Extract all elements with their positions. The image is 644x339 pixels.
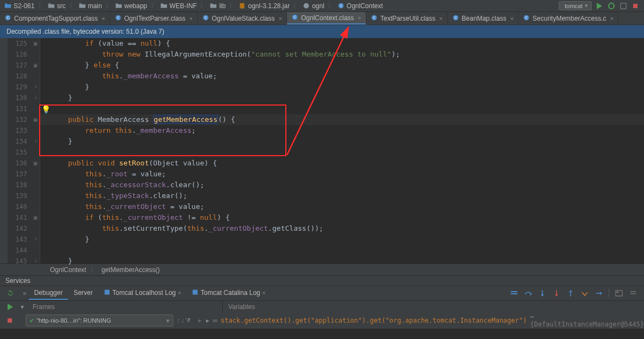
breadcrumb-item[interactable]: src xyxy=(46,2,68,10)
run-coverage-button[interactable] xyxy=(619,2,628,10)
code-line[interactable]: } xyxy=(40,256,644,267)
run-config-select[interactable]: tomcat ▾ xyxy=(559,1,592,10)
add-watch-icon[interactable]: ＋ xyxy=(196,316,203,325)
class-icon: C xyxy=(337,2,345,9)
code-line[interactable]: public void setRoot(Object value) { xyxy=(40,158,644,169)
close-icon[interactable]: × xyxy=(358,15,361,21)
code-line[interactable]: this._root = value; xyxy=(40,169,644,180)
code-line[interactable]: } xyxy=(40,93,644,103)
fold-marker-icon[interactable]: ▣ xyxy=(33,215,38,220)
intention-bulb-icon[interactable]: 💡 xyxy=(41,105,51,114)
debug-tab[interactable]: Tomcat Catalina Log× xyxy=(186,287,271,300)
fold-marker-icon[interactable]: └ xyxy=(34,258,37,264)
filter-icon[interactable]: ⧩ xyxy=(185,317,191,324)
code-line[interactable] xyxy=(40,103,644,114)
attach-button[interactable] xyxy=(6,303,15,311)
code-line[interactable]: throw new IllegalArgumentException("cann… xyxy=(40,49,644,60)
close-icon[interactable]: × xyxy=(279,15,282,22)
trace-current-icon[interactable] xyxy=(629,289,637,298)
code-line[interactable]: } else { xyxy=(40,60,644,71)
editor-tab[interactable]: CSecurityMemberAccess.c× xyxy=(518,12,618,24)
code-line[interactable]: } xyxy=(40,234,644,245)
breadcrumb-item[interactable]: ognl-3.1.28.jar xyxy=(236,2,292,10)
editor-tab[interactable]: COgnlContext.class× xyxy=(287,12,366,24)
editor-tab[interactable]: CBeanMap.class× xyxy=(448,12,518,24)
breadcrumb-item[interactable]: main xyxy=(77,2,104,10)
close-icon[interactable]: × xyxy=(178,290,182,296)
services-toolwindow-header[interactable]: Services xyxy=(0,275,644,286)
fold-marker-icon[interactable]: ▣ xyxy=(33,161,38,166)
code-line[interactable] xyxy=(40,147,644,158)
breadcrumb-item[interactable]: lib xyxy=(208,2,228,10)
close-icon[interactable]: × xyxy=(610,15,613,22)
tab-label: OgnlValueStack.class xyxy=(212,15,275,22)
svg-marker-5 xyxy=(597,3,602,9)
editor-tab[interactable]: CTextParseUtil.class× xyxy=(366,12,448,24)
editor[interactable]: 1251261271281291301311321331341351361371… xyxy=(0,38,644,263)
expand-icon[interactable]: » xyxy=(21,289,29,297)
frame-down-icon[interactable]: ↓ xyxy=(181,317,184,324)
close-icon[interactable]: × xyxy=(189,15,192,22)
code-line[interactable]: } xyxy=(40,82,644,93)
code-line[interactable]: } xyxy=(40,136,644,147)
code-line[interactable]: public MemberAccess getMemberAccess() { xyxy=(40,114,644,125)
close-icon[interactable]: × xyxy=(439,15,442,22)
fold-marker-icon[interactable]: ▣ xyxy=(33,41,38,46)
stop-button[interactable] xyxy=(631,2,640,10)
watch-expression[interactable]: stack.getContext().get("application").ge… xyxy=(221,317,527,324)
code-line[interactable]: this.setCurrentType(this._currentObject.… xyxy=(40,223,644,234)
code-line[interactable]: if (value == null) { xyxy=(40,38,644,49)
show-execution-point-icon[interactable] xyxy=(510,289,518,298)
code-line[interactable]: this._accessorStack.clear(); xyxy=(40,180,644,190)
debug-button[interactable] xyxy=(607,2,616,10)
close-icon[interactable]: × xyxy=(102,15,105,22)
fold-marker-icon[interactable]: └ xyxy=(34,95,37,101)
debug-tab[interactable]: Tomcat Localhost Log× xyxy=(98,287,187,300)
thread-label: "http-nio-80…in": RUNNING xyxy=(36,317,164,324)
crumb-class[interactable]: OgnlContext xyxy=(50,266,86,274)
crumb-method[interactable]: getMemberAccess() xyxy=(102,266,160,274)
frame-up-icon[interactable]: ↑ xyxy=(177,317,180,324)
debug-tab[interactable]: Server xyxy=(68,287,98,300)
breadcrumb-item[interactable]: S2-061 xyxy=(2,2,37,10)
drop-frame-icon[interactable] xyxy=(580,289,589,298)
code-line[interactable]: this._typeStack.clear(); xyxy=(40,190,644,201)
expand-icon[interactable]: ▸ xyxy=(206,317,209,324)
chevron-down-icon[interactable]: ▾ xyxy=(21,301,27,312)
code-line[interactable]: this._currentObject = value; xyxy=(40,201,644,212)
step-into-icon[interactable] xyxy=(538,289,547,298)
fold-marker-icon[interactable]: └ xyxy=(34,237,37,242)
fold-marker-icon[interactable]: ▣ xyxy=(33,63,38,68)
fold-marker-icon[interactable]: └ xyxy=(34,84,37,90)
breadcrumb-item[interactable]: COgnlContext xyxy=(335,2,385,10)
run-button[interactable] xyxy=(595,2,604,10)
fold-marker-icon[interactable]: ▣ xyxy=(33,117,38,122)
breadcrumb-item[interactable]: ognl xyxy=(301,2,327,10)
close-icon[interactable]: × xyxy=(510,15,514,22)
editor-tab[interactable]: COgnlValueStack.class× xyxy=(198,12,287,24)
code-area[interactable]: 💡 if (value == null) { throw new Illegal… xyxy=(40,38,644,263)
run-config-label: tomcat xyxy=(565,3,583,9)
svg-point-1 xyxy=(304,3,309,9)
code-line[interactable] xyxy=(40,245,644,256)
rerun-button[interactable] xyxy=(6,289,15,298)
breadcrumb-item[interactable]: WEB-INF xyxy=(158,2,199,10)
chevron-down-icon: ▾ xyxy=(166,317,170,324)
editor-tab[interactable]: COgnlTextParser.class× xyxy=(110,12,198,24)
evaluate-expression-icon[interactable] xyxy=(615,289,623,298)
stop-debug-button[interactable] xyxy=(5,316,14,325)
svg-rect-44 xyxy=(8,318,12,323)
force-step-into-icon[interactable] xyxy=(552,289,561,298)
run-to-cursor-icon[interactable] xyxy=(595,289,603,298)
debug-tab[interactable]: Debugger xyxy=(29,287,68,300)
code-line[interactable]: return this._memberAccess; xyxy=(40,125,644,136)
step-over-icon[interactable] xyxy=(524,289,533,298)
thread-select[interactable]: ✔ "http-nio-80…in": RUNNING ▾ xyxy=(26,315,173,326)
code-line[interactable]: if (this._currentObject != null) { xyxy=(40,212,644,223)
close-icon[interactable]: × xyxy=(262,290,266,296)
fold-marker-icon[interactable]: └ xyxy=(34,139,37,144)
code-line[interactable]: this._memberAccess = value; xyxy=(40,71,644,82)
editor-tab[interactable]: CComponentTagSupport.class× xyxy=(0,12,110,24)
breadcrumb-item[interactable]: webapp xyxy=(113,2,149,10)
step-out-icon[interactable] xyxy=(566,289,575,298)
